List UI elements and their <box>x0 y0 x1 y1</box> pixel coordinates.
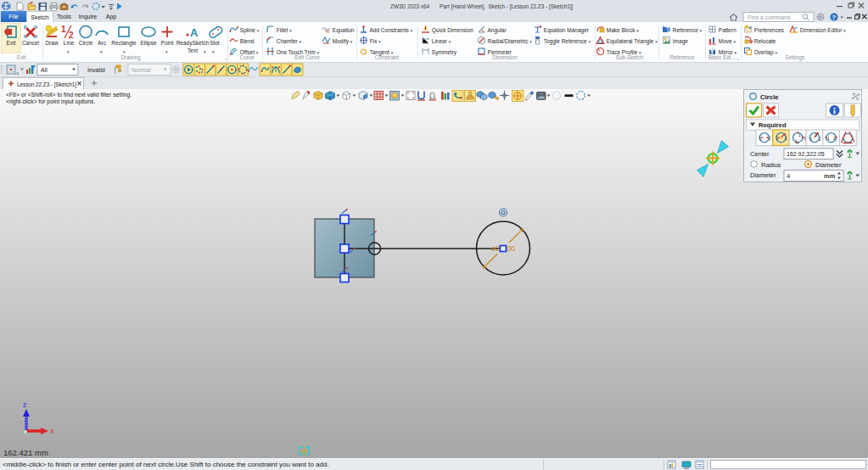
svg-text:2: 2 <box>769 136 771 141</box>
svg-text:Circle: Circle <box>760 93 779 101</box>
svg-text:Center: Center <box>750 150 770 158</box>
svg-text:mm: mm <box>824 172 836 180</box>
svg-text:Diameter: Diameter <box>750 171 776 179</box>
svg-text:2: 2 <box>785 136 787 141</box>
svg-text:Part [Hand Wheel], Sketch - [: Part [Hand Wheel], Sketch - [Lesson 22.Z… <box>440 3 574 10</box>
svg-text:Diameter: Diameter <box>815 161 842 169</box>
svg-text:%: % <box>325 29 330 34</box>
svg-text:162.421 mm: 162.421 mm <box>3 448 48 457</box>
svg-text:Invalid: Invalid <box>87 66 105 74</box>
svg-text:2: 2 <box>69 31 74 39</box>
svg-text:Radius: Radius <box>761 161 781 169</box>
svg-text:A: A <box>190 26 199 39</box>
svg-text:ZW3D 2023 x64: ZW3D 2023 x64 <box>390 3 430 9</box>
svg-text:Normal: Normal <box>132 67 151 73</box>
svg-text:Z: Z <box>23 401 27 409</box>
svg-text:X: X <box>50 428 54 435</box>
svg-text:Lesson 22.Z3 - [Sketch1]: Lesson 22.Z3 - [Sketch1] <box>17 81 76 88</box>
svg-text:All: All <box>41 67 48 73</box>
svg-text:1: 1 <box>759 136 762 141</box>
svg-text:1: 1 <box>827 136 830 141</box>
svg-text:162.92,322.05: 162.92,322.05 <box>787 151 825 157</box>
svg-text:2: 2 <box>833 136 836 141</box>
svg-text:?: ? <box>832 14 837 21</box>
svg-text:1: 1 <box>776 136 779 141</box>
svg-text:4: 4 <box>787 172 790 180</box>
svg-text:Find a command: Find a command <box>748 14 791 20</box>
svg-text:Required: Required <box>759 121 787 129</box>
svg-text:1: 1 <box>61 25 66 34</box>
